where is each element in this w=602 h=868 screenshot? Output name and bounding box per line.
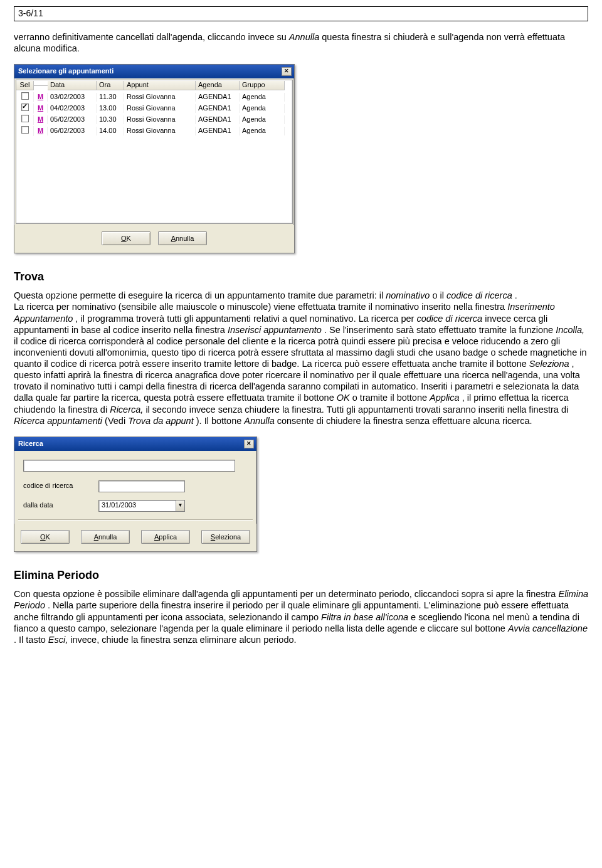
cell-ora: 11.30 [97,93,124,102]
cell-appunt: Rossi Giovanna [124,93,196,102]
table-row[interactable]: M 05/02/2003 10.30 Rossi Giovanna AGENDA… [16,114,292,125]
cell-ora: 13.00 [97,104,124,113]
text: La ricerca per nominativo (sensibile all… [14,302,507,312]
text: . Se l'inserimento sarà stato effettuato… [324,325,556,335]
text: . Il tasto [14,635,48,645]
grid-blank-area [16,137,292,223]
dialog-footer: OK Annulla Applica Seleziona [14,524,256,551]
emphasis: codice di ricerca [446,290,512,300]
text: verranno definitivamente cancellati dall… [14,32,289,42]
col-agenda[interactable]: Agenda [196,81,240,90]
text: Elimina Periodo [14,569,99,581]
emphasis: Applica [430,393,460,403]
col-data[interactable]: Data [48,81,97,90]
close-icon[interactable]: ✕ [244,440,254,448]
emphasis: Ricerca, [110,405,143,415]
emphasis: Annulla [244,416,274,426]
table-row[interactable]: M 06/02/2003 14.00 Rossi Giovanna AGENDA… [16,125,292,137]
annulla-button[interactable]: Annulla [158,231,207,245]
cell-appunt: Rossi Giovanna [124,127,196,135]
emphasis: nominativo [386,290,430,300]
cell-data: 06/02/2003 [48,127,97,135]
text: , il programma troverà tutti gli appunta… [75,314,416,324]
dialog-ricerca: Ricerca ✕ codice di ricerca dalla data 3… [14,437,257,552]
col-ora[interactable]: Ora [97,81,124,90]
cell-agenda: AGENDA1 [196,93,240,102]
text: o il [432,290,446,300]
cell-agenda: AGENDA1 [196,104,240,113]
text: (Vedi [105,416,128,426]
m-icon[interactable]: M [34,127,48,135]
dialog-footer: OK Annulla [14,225,294,253]
titlebar-text: Selezionare gli appuntamenti [18,67,114,76]
text: Trova [14,270,44,283]
emphasis: Inserisci appuntamento [228,325,322,335]
row-codice: codice di ricerca [14,477,256,496]
cell-data: 05/02/2003 [48,115,97,124]
page-header: 3-6/11 [14,6,588,21]
label-codice: codice di ricerca [23,482,92,490]
cell-data: 04/02/2003 [48,104,97,113]
emphasis: Avvia cancellazione [508,623,588,633]
emphasis-annulla: Annulla [289,32,319,42]
col-appunt[interactable]: Appunt [124,81,196,90]
page-number: 3-6/11 [18,8,43,18]
label-dalla-data: dalla data [23,501,92,510]
dialog-body: Sel Data Ora Appunt Agenda Gruppo M 03/0… [16,80,293,224]
row-dalla-data: dalla data 31/01/2003 ▼ [14,496,256,516]
text: Questa opzione permette di eseguire la r… [14,290,386,300]
titlebar[interactable]: Selezionare gli appuntamenti ✕ [14,65,294,78]
cell-gruppo: Agenda [240,104,285,113]
col-sel[interactable]: Sel [16,81,34,90]
cell-ora: 10.30 [97,115,124,124]
checkbox[interactable] [21,126,29,134]
checkbox[interactable] [21,103,29,111]
close-icon[interactable]: ✕ [282,67,292,76]
codice-input[interactable] [98,480,185,492]
dalla-data-combo[interactable]: 31/01/2003 ▼ [98,500,185,512]
cell-appunt: Rossi Giovanna [124,115,196,124]
cell-gruppo: Agenda [240,127,285,135]
cell-gruppo: Agenda [240,93,285,102]
cell-gruppo: Agenda [240,115,285,124]
text: consente di chiudere la finestra senza e… [277,416,532,426]
ok-button[interactable]: OK [102,231,150,245]
text: il secondo invece senza chiudere la fine… [145,405,568,415]
dialog-selezionare: Selezionare gli appuntamenti ✕ Sel Data … [14,64,295,253]
section-title-trova: Trova [14,270,588,284]
table-row[interactable]: M 03/02/2003 11.30 Rossi Giovanna AGENDA… [16,92,292,103]
m-icon[interactable]: M [34,93,48,102]
ok-button[interactable]: OK [21,530,70,544]
emphasis: Esci, [48,635,68,645]
annulla-button[interactable]: Annulla [81,530,130,544]
text: invece, chiude la finestra senza elimina… [70,635,296,645]
intro-paragraph: verranno definitivamente cancellati dall… [14,31,588,54]
text: . [515,290,517,300]
nominativo-input[interactable] [23,460,235,472]
emphasis: OK [337,393,350,403]
titlebar-text: Ricerca [18,440,43,448]
cell-ora: 14.00 [97,127,124,135]
text: o tramite il bottone [352,393,430,403]
titlebar[interactable]: Ricerca ✕ [14,437,256,451]
separator [18,519,253,520]
checkbox[interactable] [21,115,29,122]
text: il codice di ricerca corrisponderà al co… [14,336,587,369]
checkbox[interactable] [21,92,29,100]
m-icon[interactable]: M [34,104,48,113]
emphasis: Seleziona [529,359,569,369]
cell-appunt: Rossi Giovanna [124,104,196,113]
applica-button[interactable]: Applica [141,530,190,544]
elimina-paragraph: Con questa opzione è possibile eliminare… [14,588,588,645]
seleziona-button[interactable]: Seleziona [201,530,250,544]
emphasis: Filtra in base all'icona [321,612,408,622]
cell-agenda: AGENDA1 [196,115,240,124]
table-row[interactable]: M 04/02/2003 13.00 Rossi Giovanna AGENDA… [16,103,292,114]
cell-data: 03/02/2003 [48,93,97,102]
chevron-down-icon[interactable]: ▼ [176,500,184,511]
text: ). Il bottone [196,416,245,426]
cell-agenda: AGENDA1 [196,127,240,135]
col-gruppo[interactable]: Gruppo [240,81,285,90]
appointments-grid: Sel Data Ora Appunt Agenda Gruppo M 03/0… [16,80,292,223]
m-icon[interactable]: M [34,115,48,124]
